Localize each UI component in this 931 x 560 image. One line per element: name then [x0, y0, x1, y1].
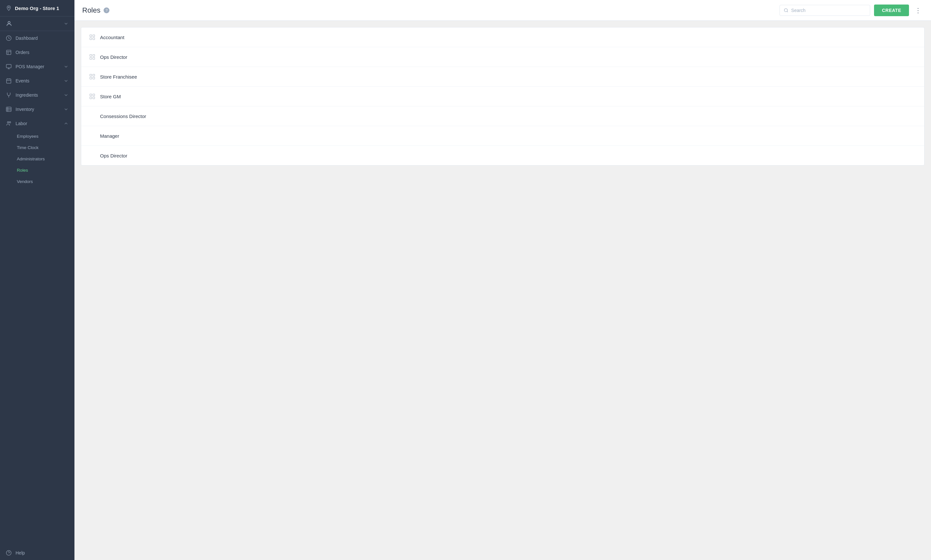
user-row[interactable] [0, 17, 74, 31]
svg-rect-31 [93, 58, 95, 60]
content-area: Accountant Ops Director Store Franchisee… [74, 21, 931, 560]
roles-label: Roles [17, 168, 28, 173]
pos-label: POS Manager [15, 64, 44, 69]
user-chevron-icon [63, 21, 69, 26]
sidebar-item-inventory[interactable]: Inventory [0, 102, 74, 116]
svg-rect-37 [93, 94, 95, 96]
user-icon [6, 20, 12, 27]
sidebar-sub-item-administrators[interactable]: Administrators [0, 153, 74, 165]
events-icon [6, 78, 12, 84]
ingredients-label: Ingredients [15, 92, 38, 98]
role-grid-icon [89, 73, 96, 80]
inventory-label: Inventory [15, 107, 34, 112]
role-spacer [89, 113, 96, 119]
roles-list: Accountant Ops Director Store Franchisee… [81, 27, 925, 166]
search-icon [784, 8, 789, 13]
ingredients-chevron-icon [63, 92, 69, 98]
page-title: Roles [82, 6, 100, 15]
sidebar-sub-item-employees[interactable]: Employees [0, 131, 74, 142]
svg-rect-35 [93, 77, 95, 79]
main-content: Roles ? CREATE ⋮ Accountant [74, 0, 931, 560]
role-grid-icon [89, 54, 96, 60]
help-label: Help [15, 550, 25, 555]
role-row[interactable]: Consessions Director [81, 106, 924, 126]
events-label: Events [15, 78, 29, 83]
help-tooltip-icon[interactable]: ? [103, 8, 110, 13]
top-bar: Roles ? CREATE ⋮ [74, 0, 931, 21]
labor-chevron-icon [63, 121, 69, 126]
role-row[interactable]: Store Franchisee [81, 67, 924, 87]
role-row[interactable]: Ops Director [81, 47, 924, 67]
search-input[interactable] [791, 8, 866, 13]
ingredients-icon [6, 92, 12, 98]
dashboard-icon [6, 35, 12, 41]
svg-point-0 [8, 7, 9, 8]
svg-rect-38 [90, 97, 92, 99]
role-row[interactable]: Store GM [81, 87, 924, 106]
svg-rect-36 [90, 94, 92, 96]
role-name: Ops Director [100, 54, 127, 60]
role-name: Manager [100, 133, 119, 139]
svg-rect-3 [6, 50, 11, 55]
pos-icon [6, 64, 12, 69]
svg-line-23 [787, 11, 788, 12]
labor-icon [6, 121, 12, 126]
events-chevron-icon [63, 78, 69, 83]
svg-rect-33 [93, 74, 95, 76]
svg-rect-27 [93, 38, 95, 40]
sidebar-sub-item-roles[interactable]: Roles [0, 165, 74, 176]
role-row[interactable]: Manager [81, 126, 924, 146]
sidebar-item-orders[interactable]: Orders [0, 45, 74, 60]
role-spacer [89, 152, 96, 159]
sidebar-item-events[interactable]: Events [0, 74, 74, 88]
svg-rect-29 [93, 55, 95, 57]
role-row[interactable]: Ops Director [81, 146, 924, 165]
orders-label: Orders [15, 50, 29, 55]
sidebar-header: Demo Org - Store 1 [0, 0, 74, 17]
pos-chevron-icon [63, 64, 69, 69]
inventory-icon [6, 106, 12, 112]
help-icon [6, 550, 12, 556]
sidebar-item-help[interactable]: Help [0, 546, 74, 560]
role-grid-icon [89, 93, 96, 100]
svg-rect-32 [90, 74, 92, 76]
svg-point-18 [8, 122, 9, 123]
orders-icon [6, 49, 12, 55]
svg-rect-9 [6, 79, 11, 83]
org-name: Demo Org - Store 1 [15, 6, 59, 11]
role-name: Consessions Director [100, 114, 146, 119]
role-name: Store GM [100, 94, 121, 99]
role-name: Accountant [100, 35, 124, 40]
svg-rect-26 [90, 38, 92, 40]
inventory-chevron-icon [63, 107, 69, 112]
create-button[interactable]: CREATE [874, 5, 909, 16]
top-bar-right: CREATE ⋮ [780, 5, 923, 16]
role-spacer [89, 132, 96, 139]
location-icon [6, 5, 12, 11]
time-clock-label: Time Clock [17, 145, 39, 150]
sidebar-item-dashboard[interactable]: Dashboard [0, 31, 74, 45]
role-name: Ops Director [100, 153, 127, 158]
sidebar-item-ingredients[interactable]: Ingredients [0, 88, 74, 102]
svg-rect-6 [6, 65, 11, 68]
svg-point-22 [784, 8, 787, 12]
sidebar-sub-item-vendors[interactable]: Vendors [0, 176, 74, 187]
svg-rect-14 [6, 107, 11, 112]
svg-rect-28 [90, 55, 92, 57]
sidebar-item-pos-manager[interactable]: POS Manager [0, 60, 74, 74]
role-row[interactable]: Accountant [81, 28, 924, 47]
top-bar-left: Roles ? [82, 6, 110, 15]
svg-rect-30 [90, 58, 92, 60]
dashboard-label: Dashboard [15, 35, 38, 41]
svg-rect-39 [93, 97, 95, 99]
svg-point-19 [9, 122, 11, 123]
more-options-button[interactable]: ⋮ [913, 5, 923, 15]
search-box [780, 5, 870, 16]
sidebar-sub-item-time-clock[interactable]: Time Clock [0, 142, 74, 153]
vendors-label: Vendors [17, 179, 33, 184]
svg-point-1 [8, 22, 10, 24]
administrators-label: Administrators [17, 157, 45, 162]
employees-label: Employees [17, 134, 39, 139]
labor-label: Labor [15, 121, 27, 126]
sidebar-item-labor[interactable]: Labor [0, 116, 74, 131]
